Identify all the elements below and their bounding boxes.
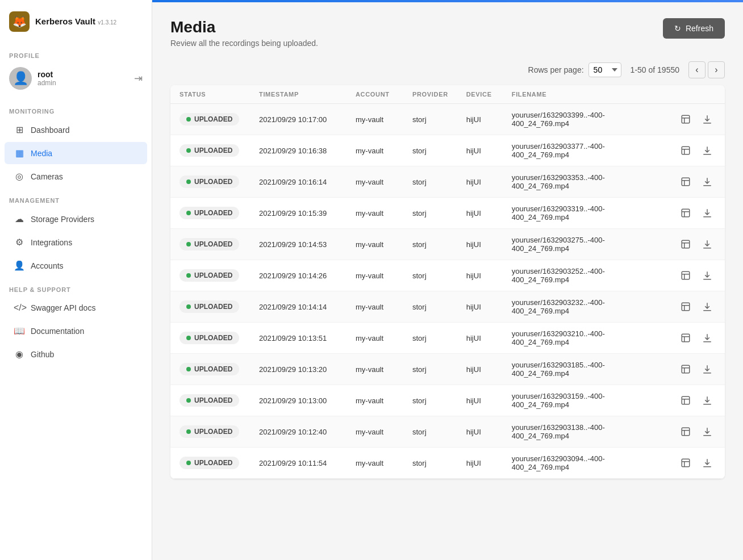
- status-text: UPLOADED: [194, 396, 232, 404]
- sidebar-item-storage-providers[interactable]: ☁ Storage Providers: [5, 208, 147, 230]
- media-table-wrapper: STATUS TIMESTAMP ACCOUNT PROVIDER DEVICE…: [170, 85, 725, 479]
- sidebar-item-documentation[interactable]: 📖 Documentation: [5, 320, 147, 342]
- sidebar-item-media[interactable]: ▦ Media: [5, 142, 147, 164]
- help-section-label: HELP & SUPPORT: [0, 277, 152, 296]
- status-badge: UPLOADED: [180, 269, 239, 282]
- cell-device: hijUI: [457, 166, 503, 198]
- download-icon[interactable]: [699, 454, 716, 471]
- cell-timestamp: 2021/09/29 10:14:26: [250, 260, 347, 291]
- monitoring-section-label: MONITORING: [0, 99, 152, 118]
- logo-area: 🦊 Kerberos Vault v1.3.12: [0, 0, 152, 43]
- cell-provider: storj: [403, 135, 457, 166]
- view-icon[interactable]: [677, 298, 694, 315]
- sidebar-item-dashboard[interactable]: ⊞ Dashboard: [5, 119, 147, 141]
- download-icon[interactable]: [699, 204, 716, 222]
- table-row: UPLOADED 2021/09/29 10:14:14 my-vault st…: [170, 291, 725, 323]
- action-icons: [677, 236, 716, 253]
- cell-account: my-vault: [347, 260, 403, 291]
- download-icon[interactable]: [699, 423, 716, 440]
- download-icon[interactable]: [699, 329, 716, 346]
- logout-icon[interactable]: ⇥: [134, 72, 143, 85]
- cell-provider: storj: [403, 448, 457, 479]
- view-icon[interactable]: [677, 173, 694, 190]
- view-icon[interactable]: [677, 204, 694, 222]
- view-icon[interactable]: [677, 111, 694, 128]
- cell-status: UPLOADED: [170, 354, 250, 385]
- status-dot: [186, 398, 191, 403]
- cell-filename: youruser/1632903138..-400-400_24_769.mp4: [503, 416, 668, 448]
- col-header-provider: PROVIDER: [403, 85, 457, 104]
- svg-rect-7: [682, 334, 690, 342]
- cell-actions: [668, 166, 725, 198]
- download-icon[interactable]: [699, 173, 716, 190]
- cell-timestamp: 2021/09/29 10:17:00: [250, 104, 347, 135]
- status-text: UPLOADED: [194, 240, 232, 248]
- sidebar-item-dashboard-label: Dashboard: [31, 126, 70, 135]
- filename-text: youruser/1632903138..-400-400_24_769.mp4: [512, 423, 605, 440]
- view-icon[interactable]: [677, 361, 694, 378]
- sidebar-item-swagger[interactable]: </> Swagger API docs: [5, 297, 147, 319]
- view-icon[interactable]: [677, 236, 694, 253]
- sidebar-item-cameras[interactable]: ◎ Cameras: [5, 165, 147, 187]
- status-dot: [186, 179, 191, 184]
- view-icon[interactable]: [677, 423, 694, 440]
- sidebar-item-media-label: Media: [31, 149, 52, 158]
- cell-filename: youruser/1632903210..-400-400_24_769.mp4: [503, 323, 668, 354]
- status-text: UPLOADED: [194, 209, 232, 217]
- cell-filename: youruser/1632903275..-400-400_24_769.mp4: [503, 229, 668, 260]
- api-icon: </>: [14, 303, 25, 313]
- cell-status: UPLOADED: [170, 291, 250, 323]
- sidebar-item-github-label: Github: [31, 350, 54, 359]
- prev-page-button[interactable]: ‹: [688, 61, 706, 78]
- cell-account: my-vault: [347, 104, 403, 135]
- table-row: UPLOADED 2021/09/29 10:16:14 my-vault st…: [170, 166, 725, 198]
- sidebar-item-docs-label: Documentation: [31, 327, 84, 336]
- col-header-actions: [668, 85, 725, 104]
- table-body: UPLOADED 2021/09/29 10:17:00 my-vault st…: [170, 104, 725, 479]
- download-icon[interactable]: [699, 111, 716, 128]
- main-content: Media Review all the recordings being up…: [152, 0, 743, 560]
- download-icon[interactable]: [699, 267, 716, 284]
- sidebar-item-accounts[interactable]: 👤 Accounts: [5, 254, 147, 277]
- cell-account: my-vault: [347, 385, 403, 416]
- sidebar-item-github[interactable]: ◉ Github: [5, 343, 147, 365]
- svg-rect-3: [682, 209, 690, 217]
- app-version: v1.3.12: [98, 19, 116, 26]
- svg-rect-6: [682, 303, 690, 311]
- col-header-status: STATUS: [170, 85, 250, 104]
- download-icon[interactable]: [699, 392, 716, 409]
- content-area: Media Review all the recordings being up…: [152, 2, 743, 560]
- status-dot: [186, 367, 191, 371]
- profile-name: root: [37, 70, 56, 79]
- view-icon[interactable]: [677, 329, 694, 346]
- status-badge: UPLOADED: [180, 425, 239, 438]
- table-row: UPLOADED 2021/09/29 10:16:38 my-vault st…: [170, 135, 725, 166]
- download-icon[interactable]: [699, 236, 716, 253]
- download-icon[interactable]: [699, 361, 716, 378]
- cell-status: UPLOADED: [170, 260, 250, 291]
- docs-icon: 📖: [14, 325, 25, 336]
- cell-provider: storj: [403, 416, 457, 448]
- cell-account: my-vault: [347, 416, 403, 448]
- svg-rect-2: [682, 178, 690, 186]
- next-page-button[interactable]: ›: [708, 61, 725, 78]
- status-text: UPLOADED: [194, 459, 232, 467]
- view-icon[interactable]: [677, 454, 694, 471]
- status-text: UPLOADED: [194, 147, 232, 154]
- cell-filename: youruser/1632903377..-400-400_24_769.mp4: [503, 135, 668, 166]
- cell-provider: storj: [403, 198, 457, 229]
- sidebar-item-integrations[interactable]: ⚙ Integrations: [5, 231, 147, 253]
- view-icon[interactable]: [677, 392, 694, 409]
- status-dot: [186, 429, 191, 434]
- rows-per-page-select[interactable]: 10 25 50 100: [588, 62, 621, 77]
- status-text: UPLOADED: [194, 178, 232, 186]
- cell-timestamp: 2021/09/29 10:13:51: [250, 323, 347, 354]
- view-icon[interactable]: [677, 267, 694, 284]
- view-icon[interactable]: [677, 142, 694, 159]
- refresh-button[interactable]: ↻ Refresh: [663, 18, 725, 39]
- download-icon[interactable]: [699, 298, 716, 315]
- logo-text-area: Kerberos Vault v1.3.12: [35, 16, 116, 27]
- download-icon[interactable]: [699, 142, 716, 159]
- status-badge: UPLOADED: [180, 238, 239, 250]
- cell-device: hijUI: [457, 354, 503, 385]
